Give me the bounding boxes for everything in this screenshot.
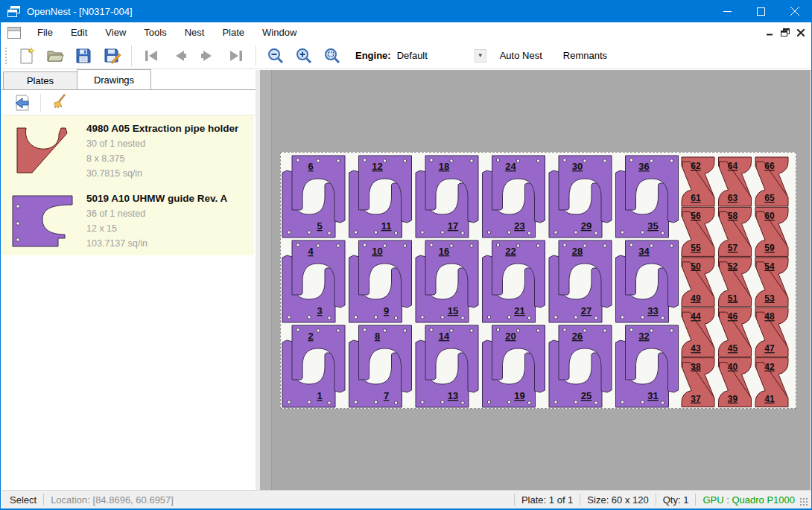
import-drawing-icon (13, 94, 31, 112)
mdi-close-icon[interactable] (797, 29, 805, 36)
drawing-item[interactable]: 4980 A05 Extraction pipe holder30 of 1 n… (1, 115, 254, 185)
statusbar-separator (514, 494, 515, 506)
menu-item-plate[interactable]: Plate (213, 24, 253, 41)
import-drawing-button[interactable] (10, 92, 34, 113)
svg-text:18: 18 (439, 161, 449, 172)
svg-text:45: 45 (728, 343, 738, 354)
drawing-size: 12 x 15 (86, 221, 227, 236)
menu-item-nest[interactable]: Nest (176, 24, 214, 41)
save-button[interactable] (72, 45, 95, 67)
first-plate-icon (143, 49, 159, 63)
auto-nest-button[interactable]: Auto Nest (492, 46, 550, 65)
minimize-button[interactable] (711, 0, 744, 22)
svg-text:55: 55 (691, 243, 701, 253)
svg-text:43: 43 (691, 343, 701, 354)
maximize-button[interactable] (744, 0, 778, 22)
mdi-minimize-icon[interactable] (767, 29, 773, 36)
mode-indicator: Select (10, 494, 37, 506)
close-button[interactable] (778, 0, 811, 22)
canvas-margin (260, 70, 272, 490)
engine-combobox[interactable]: Default ▼ (396, 47, 486, 65)
svg-text:30: 30 (572, 161, 583, 172)
statusbar-separator (580, 494, 580, 506)
svg-text:50: 50 (691, 261, 701, 272)
chevron-down-icon[interactable]: ▼ (475, 49, 486, 63)
svg-text:62: 62 (691, 161, 701, 171)
svg-text:32: 32 (638, 331, 649, 342)
svg-text:49: 49 (691, 293, 701, 304)
drawing-nested-count: 30 of 1 nested (86, 136, 238, 151)
last-plate-button[interactable] (224, 45, 248, 67)
broom-icon (50, 94, 68, 112)
tab-plates[interactable]: Plates (3, 71, 77, 89)
window-title: OpenNest - [N0317-004] (27, 6, 133, 17)
drawing-title: 5019 A10 UHMW guide Rev. A (86, 193, 227, 204)
cursor-location: Location: [84.8696, 60.6957] (51, 494, 174, 506)
document-window-icon[interactable] (7, 27, 21, 39)
nested-parts: 6512111817242330293635431091615222128273… (281, 153, 796, 408)
plate[interactable]: 6512111817242330293635431091615222128273… (280, 152, 796, 409)
next-plate-button[interactable] (196, 45, 220, 67)
plate-count: Plate: 1 of 1 (521, 494, 573, 506)
svg-text:53: 53 (764, 293, 775, 304)
remnants-button[interactable]: Remnants (556, 46, 615, 65)
drawing-area: 30.7815 sq/in (86, 166, 238, 181)
svg-text:23: 23 (514, 220, 524, 232)
svg-text:39: 39 (728, 394, 738, 404)
svg-text:60: 60 (764, 211, 775, 221)
zoom-in-button[interactable] (292, 45, 316, 67)
first-plate-button[interactable] (139, 45, 163, 67)
svg-text:54: 54 (764, 261, 775, 272)
title-bar[interactable]: OpenNest - [N0317-004] (1, 0, 811, 22)
drawing-nested-count: 36 of 1 nested (86, 206, 227, 221)
svg-text:40: 40 (728, 362, 738, 372)
svg-text:52: 52 (728, 261, 738, 272)
nesting-canvas[interactable]: 6512111817242330293635431091615222128273… (260, 70, 811, 490)
tab-drawings[interactable]: Drawings (77, 69, 151, 89)
drawing-thumbnail (16, 127, 69, 175)
svg-text:58: 58 (728, 211, 738, 221)
svg-text:11: 11 (381, 220, 392, 232)
plate-size: Size: 60 x 120 (587, 494, 648, 506)
plate-qty: Qty: 1 (663, 494, 689, 506)
svg-text:64: 64 (728, 161, 738, 171)
app-window: OpenNest - [N0317-004] FileEditViewTools… (0, 0, 812, 510)
new-document-button[interactable] (15, 45, 39, 67)
svg-text:36: 36 (638, 161, 649, 172)
zoom-in-icon (295, 47, 313, 65)
svg-text:1: 1 (317, 390, 322, 401)
svg-text:12: 12 (372, 161, 382, 172)
mdi-restore-icon[interactable] (781, 28, 790, 36)
save-icon (75, 48, 92, 64)
previous-plate-icon (172, 49, 187, 63)
resize-grip[interactable] (799, 497, 808, 506)
toolbar-separator (131, 45, 132, 66)
menu-item-file[interactable]: File (28, 24, 62, 41)
svg-text:48: 48 (764, 311, 775, 322)
svg-text:26: 26 (572, 331, 583, 342)
svg-text:6: 6 (308, 161, 313, 172)
open-button[interactable] (43, 45, 67, 67)
svg-text:8: 8 (375, 331, 380, 342)
clear-drawings-button[interactable] (47, 92, 71, 113)
previous-plate-button[interactable] (168, 45, 191, 67)
save-as-button[interactable] (100, 45, 124, 67)
svg-text:59: 59 (764, 243, 775, 253)
drawing-item[interactable]: 5019 A10 UHMW guide Rev. A36 of 1 nested… (1, 185, 254, 255)
menu-item-tools[interactable]: Tools (135, 24, 175, 41)
svg-text:13: 13 (448, 390, 458, 401)
panel-tabs: Plates Drawings (1, 70, 256, 90)
menu-item-window[interactable]: Window (253, 24, 305, 41)
zoom-out-button[interactable] (264, 45, 288, 67)
menu-item-edit[interactable]: Edit (62, 24, 96, 41)
svg-text:7: 7 (384, 390, 389, 401)
toolbar-grip[interactable] (4, 47, 8, 65)
engine-label: Engine: (355, 50, 391, 61)
save-as-icon (104, 48, 121, 64)
menu-item-view[interactable]: View (96, 24, 135, 41)
statusbar-separator (43, 494, 44, 506)
svg-text:10: 10 (372, 246, 382, 257)
drawing-thumbnail (12, 195, 73, 247)
zoom-fit-button[interactable] (320, 45, 344, 67)
svg-text:3: 3 (317, 305, 322, 316)
